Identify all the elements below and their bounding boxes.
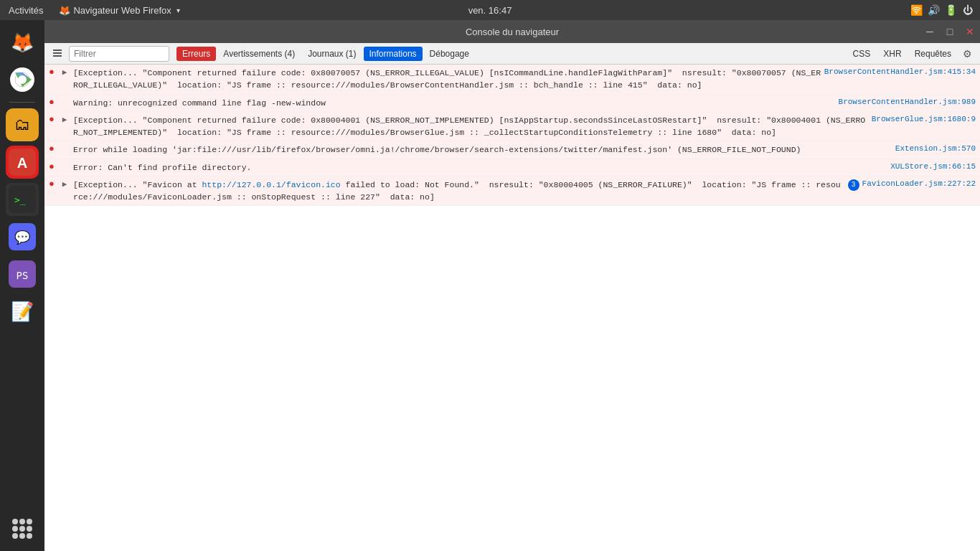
- window-title: Console du navigateur: [466, 27, 559, 37]
- dock-icon-terminal[interactable]: >_: [6, 183, 39, 216]
- log-source[interactable]: FaviconLoader.jsm:227:22: [862, 178, 980, 188]
- minimize-button[interactable]: ─: [920, 20, 940, 43]
- filter-tabs: Erreurs Avertissements (4) Journaux (1) …: [176, 47, 475, 61]
- tab-warnings[interactable]: Avertissements (4): [217, 47, 301, 61]
- window-title-bar: Console du navigateur ─ □ ✕: [44, 20, 980, 43]
- dock-icon-firefox[interactable]: 🦊: [6, 26, 39, 59]
- svg-text:>_: >_: [14, 194, 26, 205]
- dock-icon-discord[interactable]: 💬: [6, 220, 39, 253]
- svg-text:A: A: [17, 155, 27, 171]
- log-row: ● ▶ [Exception... "Favicon at http://127…: [44, 176, 980, 207]
- restore-button[interactable]: □: [940, 20, 960, 43]
- repeat-badge: 3: [848, 179, 859, 191]
- firefox-label: Navigateur Web Firefox: [73, 5, 171, 16]
- log-source[interactable]: BrowserGlue.jsm:1680:9: [872, 113, 980, 123]
- firefox-flame-icon: 🦊: [59, 5, 70, 16]
- expand-arrow[interactable]: ▶: [59, 178, 70, 189]
- dock-icon-appstore[interactable]: A: [6, 146, 39, 179]
- tab-logs[interactable]: Journaux (1): [302, 47, 362, 61]
- svg-rect-11: [53, 50, 62, 51]
- chevron-down-icon: ▾: [176, 6, 180, 14]
- tab-xhr[interactable]: XHR: [877, 47, 907, 61]
- log-row: ● Warning: unrecognized command line fla…: [44, 95, 980, 112]
- log-message: Error: Can't find profile directory.: [70, 161, 890, 174]
- wifi-icon[interactable]: 🛜: [910, 4, 923, 17]
- svg-point-2: [18, 75, 27, 84]
- tab-info[interactable]: Informations: [364, 47, 423, 61]
- log-message: Error while loading 'jar:file:///usr/lib…: [70, 143, 895, 156]
- svg-text:💬: 💬: [14, 230, 31, 245]
- log-message: [Exception... "Component returned failur…: [70, 66, 824, 93]
- expand-arrow-placeholder: [59, 161, 70, 162]
- battery-icon[interactable]: 🔋: [944, 4, 957, 17]
- svg-text:PS: PS: [17, 270, 29, 281]
- firefox-taskbar-item[interactable]: 🦊 Navigateur Web Firefox ▾: [52, 0, 187, 20]
- clock: ven. 16:47: [468, 5, 512, 16]
- power-icon[interactable]: ⏻: [961, 4, 974, 17]
- volume-icon[interactable]: 🔊: [927, 4, 940, 17]
- log-row: ● ▶ [Exception... "Component returned fa…: [44, 112, 980, 142]
- log-source[interactable]: Extension.jsm:570: [895, 143, 980, 153]
- error-icon: ●: [44, 66, 59, 77]
- activities-button[interactable]: Activités: [0, 0, 52, 20]
- svg-rect-13: [53, 55, 62, 57]
- log-row: ● Error: Can't find profile directory. X…: [44, 159, 980, 176]
- tab-requests[interactable]: Requêtes: [909, 47, 957, 61]
- tab-errors[interactable]: Erreurs: [176, 47, 216, 61]
- error-icon: ●: [44, 113, 59, 125]
- log-row: ● Error while loading 'jar:file:///usr/l…: [44, 141, 980, 159]
- dock: 🦊 🗂 A >_ 💬 PS 📝: [0, 20, 44, 551]
- devtools-toolbar: Erreurs Avertissements (4) Journaux (1) …: [44, 43, 980, 65]
- window-controls: ─ □ ✕: [920, 20, 980, 43]
- log-source[interactable]: BrowserContentHandler.jsm:989: [839, 96, 980, 106]
- close-button[interactable]: ✕: [960, 20, 980, 43]
- svg-rect-12: [53, 52, 62, 54]
- dock-icon-phpstorm[interactable]: PS: [6, 258, 39, 291]
- tab-css[interactable]: CSS: [847, 47, 877, 61]
- log-row: ● ▶ [Exception... "Component returned fa…: [44, 65, 980, 95]
- taskbar: Activités 🦊 Navigateur Web Firefox ▾ ven…: [0, 0, 980, 20]
- dock-separator: [9, 102, 35, 103]
- log-source[interactable]: XULStore.jsm:66:15: [890, 161, 980, 171]
- tab-debug[interactable]: Débogage: [424, 47, 475, 61]
- console-log-area: ● ▶ [Exception... "Component returned fa…: [44, 65, 980, 551]
- expand-arrow[interactable]: ▶: [59, 66, 70, 77]
- expand-arrow-placeholder: [59, 143, 70, 144]
- log-message: Warning: unrecognized command line flag …: [70, 96, 839, 110]
- clear-console-button[interactable]: [49, 45, 66, 62]
- error-icon: ●: [44, 178, 59, 189]
- error-icon: ●: [44, 96, 59, 108]
- right-filter-tabs: CSS XHR Requêtes ⚙: [847, 45, 976, 62]
- log-source[interactable]: BrowserContentHandler.jsm:415:34: [824, 66, 980, 76]
- show-applications-button[interactable]: [6, 512, 39, 545]
- system-tray: 🛜 🔊 🔋 ⏻: [910, 4, 980, 17]
- log-message: [Exception... "Favicon at http://127.0.0…: [70, 178, 848, 204]
- settings-gear-button[interactable]: ⚙: [958, 45, 976, 62]
- firefox-devtools-window: Console du navigateur ─ □ ✕ Erreurs Aver…: [44, 20, 980, 551]
- filter-input[interactable]: [69, 46, 169, 62]
- error-icon: ●: [44, 143, 59, 154]
- expand-arrow[interactable]: ▶: [59, 113, 70, 124]
- dock-icon-files[interactable]: 🗂: [6, 108, 39, 141]
- dock-icon-chrome[interactable]: [6, 63, 39, 96]
- expand-arrow-placeholder: [59, 96, 70, 98]
- error-icon: ●: [44, 161, 59, 172]
- dock-icon-notepad[interactable]: 📝: [6, 295, 39, 328]
- log-message: [Exception... "Component returned failur…: [70, 113, 872, 140]
